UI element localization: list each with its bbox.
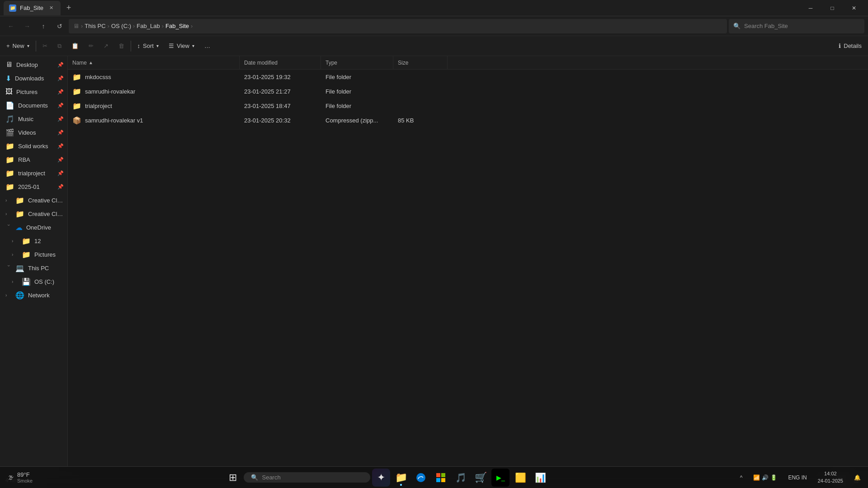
sidebar-item-music[interactable]: 🎵 Music 📌 — [0, 112, 67, 126]
sidebar-item-documents[interactable]: 📄 Documents 📌 — [0, 99, 67, 112]
expand-icon-cc2: › — [5, 211, 12, 216]
sidebar-item-cc2[interactable]: › 📁 Creative Cloud F — [0, 207, 67, 221]
sidebar-item-videos[interactable]: 🎬 Videos 📌 — [0, 126, 67, 139]
file-date-cell: 23-01-2025 20:32 — [240, 113, 321, 127]
breadcrumb-thispc[interactable]: This PC — [85, 23, 105, 29]
file-date: 23-01-2025 21:27 — [244, 88, 291, 95]
weather-widget[interactable]: 🌫 89°F Smoke — [4, 469, 37, 485]
sidebar-item-trialproject[interactable]: 📁 trialproject 📌 — [0, 166, 67, 180]
new-button[interactable]: + New ▾ — [2, 39, 34, 53]
start-menu-button[interactable]: ⊞ — [224, 469, 242, 487]
col-header-name[interactable]: Name ▲ — [68, 56, 240, 70]
taskbar-app-terminal[interactable]: ▶_ — [491, 469, 509, 487]
taskbar-app-green[interactable]: 🎵 — [452, 469, 470, 487]
tab-close-button[interactable]: ✕ — [47, 4, 55, 12]
more-icon: … — [204, 42, 210, 49]
file-list-container: Name ▲ Date modified Type Size 📁 mkdocss… — [68, 56, 868, 472]
col-header-size[interactable]: Size — [393, 56, 448, 70]
sidebar-item-desktop[interactable]: 🖥 Desktop 📌 — [0, 58, 67, 71]
taskbar-app-colorful[interactable] — [432, 469, 450, 487]
file-name: mkdocsss — [85, 74, 111, 80]
copy-button[interactable]: ⧉ — [53, 39, 66, 53]
search-bar[interactable]: 🔍 Search Fab_Site — [729, 19, 864, 33]
weather-temp: 89°F — [17, 471, 33, 478]
refresh-button[interactable]: ↺ — [52, 19, 67, 33]
sidebar-item-solidworks[interactable]: 📁 Solid works 📌 — [0, 139, 67, 153]
clock-display[interactable]: 14:02 24-01-2025 — [814, 469, 847, 485]
sidebar-item-osc[interactable]: › 💾 OS (C:) — [0, 275, 67, 288]
taskbar-app-shop[interactable]: 🛒 — [472, 469, 490, 487]
new-tab-button[interactable]: + — [62, 2, 75, 14]
pin-icon-2025: 📌 — [57, 184, 64, 190]
view-button[interactable]: ☰ View ▾ — [164, 39, 199, 53]
expand-icon-thispc: › — [6, 265, 11, 271]
window-controls: ─ □ ✕ — [800, 1, 864, 15]
details-button[interactable]: ℹ Details — [834, 39, 866, 53]
forward-button[interactable]: → — [20, 19, 34, 33]
breadcrumb[interactable]: 🖥 › This PC › OS (C:) › Fab_Lab › Fab_Si… — [69, 19, 727, 33]
file-date-cell: 23-01-2025 21:27 — [240, 84, 321, 99]
table-row[interactable]: 📁 mkdocsss 23-01-2025 19:32 File folder — [68, 70, 868, 84]
sidebar-item-thispc[interactable]: › 💻 This PC — [0, 261, 67, 275]
pin-icon-rba: 📌 — [57, 157, 64, 163]
file-type-text: File folder — [326, 74, 351, 80]
sys-tray-chevron[interactable]: ^ — [736, 473, 746, 483]
sys-tray-icons[interactable]: 📶 🔊 🔋 — [750, 473, 781, 483]
breadcrumb-osc[interactable]: OS (C:) — [111, 23, 131, 29]
more-button[interactable]: … — [200, 39, 215, 53]
pin-icon-trialproject: 📌 — [57, 170, 64, 176]
copilot-button[interactable]: ✦ — [372, 469, 390, 487]
file-explorer-button[interactable]: 📁 — [392, 469, 410, 487]
cc1-icon: 📁 — [15, 196, 24, 205]
table-row[interactable]: 📁 trialproject 23-01-2025 18:47 File fol… — [68, 99, 868, 113]
view-label: View — [177, 42, 189, 49]
cut-button[interactable]: ✂ — [38, 39, 52, 53]
breadcrumb-fabsite[interactable]: Fab_Site — [165, 23, 189, 29]
maximize-button[interactable]: □ — [822, 1, 843, 15]
file-date: 23-01-2025 18:47 — [244, 103, 291, 109]
table-row[interactable]: 📁 samrudhi-rovalekar 23-01-2025 21:27 Fi… — [68, 84, 868, 99]
taskbar-app-chart[interactable]: 📊 — [531, 469, 549, 487]
delete-button[interactable]: 🗑 — [114, 39, 129, 53]
window-tab[interactable]: 📁 Fab_Site ✕ — [4, 1, 61, 15]
sidebar-item-network[interactable]: › 🌐 Network — [0, 288, 67, 302]
back-button[interactable]: ← — [4, 19, 18, 33]
tab-title: Fab_Site — [20, 5, 43, 11]
rename-icon: ✏ — [89, 42, 94, 49]
minimize-button[interactable]: ─ — [800, 1, 821, 15]
taskbar-search-bar[interactable]: 🔍 Search — [244, 472, 370, 483]
toolbar: + New ▾ ✂ ⧉ 📋 ✏ ↗ 🗑 ↕ Sort ▾ ☰ View ▾ … … — [0, 36, 868, 56]
col-header-date[interactable]: Date modified — [240, 56, 321, 70]
paste-button[interactable]: 📋 — [67, 39, 83, 53]
rba-icon: 📁 — [5, 155, 14, 164]
sidebar-label-videos: Videos — [18, 129, 36, 136]
notification-button[interactable]: 🔔 — [850, 473, 864, 483]
col-header-type[interactable]: Type — [321, 56, 393, 70]
lang-indicator[interactable]: ENG IN — [784, 473, 810, 483]
sidebar-item-onedrive[interactable]: › ☁ OneDrive — [0, 221, 67, 234]
table-row[interactable]: 📦 samrudhi-rovalekar v1 23-01-2025 20:32… — [68, 113, 868, 127]
up-button[interactable]: ↑ — [36, 19, 51, 33]
file-size-cell — [393, 99, 448, 113]
close-button[interactable]: ✕ — [844, 1, 864, 15]
file-name-cell: 📦 samrudhi-rovalekar v1 — [68, 113, 240, 127]
sidebar-item-2025[interactable]: 📁 2025-01 📌 — [0, 180, 67, 193]
sidebar-item-12[interactable]: › 📁 12 — [0, 234, 67, 248]
taskbar-app-yellow[interactable]: 🟨 — [511, 469, 529, 487]
sidebar-item-od-pictures[interactable]: › 📁 Pictures — [0, 248, 67, 261]
expand-icon-cc1: › — [5, 198, 12, 203]
solidworks-icon: 📁 — [5, 142, 14, 150]
copy-icon: ⧉ — [57, 42, 61, 50]
rename-button[interactable]: ✏ — [84, 39, 98, 53]
edge-button[interactable] — [412, 469, 430, 487]
sidebar-item-downloads[interactable]: ⬇ Downloads 📌 — [0, 71, 67, 85]
share-button[interactable]: ↗ — [99, 39, 113, 53]
sidebar-item-pictures[interactable]: 🖼 Pictures 📌 — [0, 85, 67, 99]
paste-icon: 📋 — [71, 42, 79, 49]
sort-button[interactable]: ↕ Sort ▾ — [133, 39, 163, 53]
sidebar-item-rba[interactable]: 📁 RBA 📌 — [0, 153, 67, 166]
breadcrumb-fablab[interactable]: Fab_Lab — [137, 23, 160, 29]
sidebar-item-cc1[interactable]: › 📁 Creative Cloud F — [0, 193, 67, 207]
12-icon: 📁 — [22, 237, 31, 245]
weather-icon: 🌫 — [8, 474, 14, 481]
